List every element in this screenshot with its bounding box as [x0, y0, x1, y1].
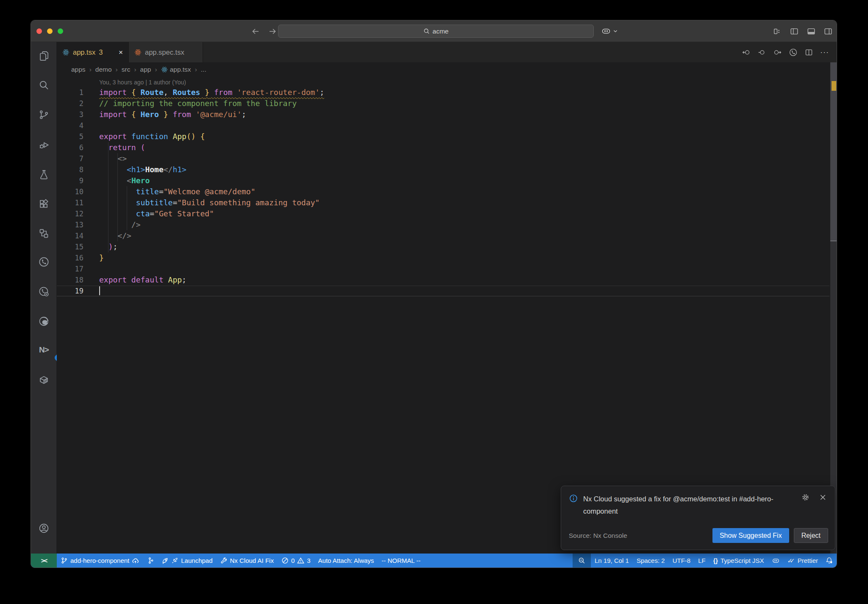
code-line-13[interactable]: 13 />: [57, 219, 829, 230]
next-change-icon[interactable]: [773, 48, 782, 57]
notification-close-icon[interactable]: [818, 493, 827, 502]
line-number[interactable]: 7: [57, 153, 83, 164]
explorer-icon[interactable]: [31, 48, 57, 64]
breadcrumb-item[interactable]: demo: [95, 66, 112, 73]
copilot-menu-button[interactable]: [601, 26, 618, 36]
vim-mode-item[interactable]: -- NORMAL --: [378, 554, 424, 568]
code-line-1[interactable]: 1import { Route, Routes } from 'react-ro…: [57, 87, 829, 98]
change-icon[interactable]: [757, 48, 766, 57]
containers-icon[interactable]: [31, 371, 57, 388]
encoding-item[interactable]: UTF-8: [669, 554, 695, 568]
code-line-5[interactable]: 5export function App() {: [57, 131, 829, 142]
code-line-10[interactable]: 10 title="Welcmoe @acme/demo": [57, 186, 829, 197]
navigate-back-button[interactable]: [250, 26, 261, 36]
code-line-14[interactable]: 14 </>: [57, 230, 829, 241]
auto-attach-item[interactable]: Auto Attach: Always: [314, 554, 378, 568]
show-suggested-fix-button[interactable]: Show Suggested Fix: [712, 528, 789, 543]
line-number[interactable]: 12: [57, 208, 83, 219]
line-number[interactable]: 3: [57, 109, 83, 120]
tab-app-tsx[interactable]: app.tsx 3 ×: [57, 42, 129, 62]
code-line-4[interactable]: 4: [57, 120, 829, 131]
notifications-bell-item[interactable]: [822, 554, 837, 568]
language-mode-item[interactable]: {} TypeScript JSX: [709, 554, 768, 568]
breadcrumb-item[interactable]: app.tsx: [161, 66, 191, 73]
code-line-11[interactable]: 11 subtitle="Build something amazing tod…: [57, 197, 829, 208]
command-center-search[interactable]: acme: [278, 25, 594, 38]
toggle-panel-button[interactable]: [807, 27, 816, 36]
code-area[interactable]: 1import { Route, Routes } from 'react-ro…: [57, 87, 829, 296]
eol-item[interactable]: LF: [694, 554, 709, 568]
code-line-8[interactable]: 8 <h1>Home</h1>: [57, 164, 829, 175]
line-number[interactable]: 4: [57, 120, 83, 131]
indentation-item[interactable]: Spaces: 2: [633, 554, 669, 568]
line-number[interactable]: 1: [57, 87, 83, 98]
launchpad-item[interactable]: Launchpad: [158, 554, 216, 568]
source-control-icon[interactable]: [31, 106, 57, 123]
line-number[interactable]: 2: [57, 98, 83, 109]
accounts-icon[interactable]: [31, 520, 57, 537]
edge-browser-icon[interactable]: [31, 313, 57, 330]
prettier-item[interactable]: ✓✓ Prettier: [784, 554, 822, 568]
line-number[interactable]: 16: [57, 252, 83, 263]
run-target-icon[interactable]: [31, 253, 57, 270]
close-window-button[interactable]: [36, 28, 42, 34]
remote-indicator[interactable]: ><: [31, 554, 57, 568]
line-number[interactable]: 11: [57, 197, 83, 208]
minimize-window-button[interactable]: [47, 28, 53, 34]
extensions-icon[interactable]: [31, 195, 57, 212]
line-number[interactable]: 6: [57, 142, 83, 153]
problems-item[interactable]: 0 3: [278, 554, 314, 568]
line-number[interactable]: 5: [57, 131, 83, 142]
code-line-12[interactable]: 12 cta="Get Started": [57, 208, 829, 219]
line-number[interactable]: 18: [57, 274, 83, 285]
zoom-window-button[interactable]: [58, 28, 63, 34]
line-number[interactable]: 8: [57, 164, 83, 175]
zoom-out-item[interactable]: [573, 554, 591, 568]
code-line-2[interactable]: 2// importing the component from the lib…: [57, 98, 829, 109]
code-line-6[interactable]: 6 return (: [57, 142, 829, 153]
toggle-secondary-sidebar-button[interactable]: [823, 27, 833, 36]
line-number[interactable]: 17: [57, 263, 83, 274]
copilot-status-item[interactable]: [768, 554, 784, 568]
split-editor-icon[interactable]: [804, 48, 813, 57]
line-number[interactable]: 9: [57, 175, 83, 186]
line-number[interactable]: 19: [57, 285, 83, 296]
nx-console-icon[interactable]: N> 1: [31, 341, 57, 358]
tab-app-spec-tsx[interactable]: app.spec.tsx: [129, 42, 203, 62]
breadcrumb-item[interactable]: apps: [71, 66, 86, 73]
navigate-forward-button[interactable]: [267, 26, 278, 36]
run-and-debug-icon[interactable]: [31, 136, 57, 153]
code-line-18[interactable]: 18export default App;: [57, 274, 829, 285]
code-line-16[interactable]: 16}: [57, 252, 829, 263]
close-tab-icon[interactable]: ×: [119, 49, 123, 56]
run-file-icon[interactable]: [789, 48, 798, 57]
code-line-17[interactable]: 17: [57, 263, 829, 274]
code-line-15[interactable]: 15 );: [57, 241, 829, 252]
code-line-9[interactable]: 9 <Hero: [57, 175, 829, 186]
editor[interactable]: apps›demo›src›app› app.tsx›... You, 3 ho…: [57, 62, 837, 554]
code-line-7[interactable]: 7 <>: [57, 153, 829, 164]
reject-button[interactable]: Reject: [794, 528, 828, 543]
run-target-details-icon[interactable]: [31, 283, 57, 300]
more-actions-icon[interactable]: ···: [820, 48, 829, 57]
search-icon[interactable]: [31, 76, 57, 93]
line-number[interactable]: 14: [57, 230, 83, 241]
toggle-primary-sidebar-button[interactable]: [790, 27, 799, 36]
customize-layout-button[interactable]: [773, 27, 782, 36]
line-number[interactable]: 10: [57, 186, 83, 197]
breadcrumb-item[interactable]: src: [122, 66, 131, 73]
git-branch-item[interactable]: add-hero-component: [57, 554, 143, 568]
code-line-3[interactable]: 3import { Hero } from '@acme/ui';: [57, 109, 829, 120]
nx-cloud-fix-item[interactable]: Nx Cloud AI Fix: [217, 554, 278, 568]
breadcrumb-item[interactable]: ...: [201, 66, 206, 73]
previous-change-icon[interactable]: [742, 48, 751, 57]
testing-icon[interactable]: [31, 166, 57, 183]
project-hierarchy-icon[interactable]: [31, 224, 57, 241]
line-number[interactable]: 15: [57, 241, 83, 252]
notification-settings-gear-icon[interactable]: [801, 493, 810, 502]
cursor-position-item[interactable]: Ln 19, Col 1: [591, 554, 633, 568]
source-control-graph-item[interactable]: [143, 554, 158, 568]
editor-scrollbar[interactable]: [830, 62, 837, 554]
line-number[interactable]: 13: [57, 219, 83, 230]
code-line-19[interactable]: 19: [57, 285, 829, 296]
